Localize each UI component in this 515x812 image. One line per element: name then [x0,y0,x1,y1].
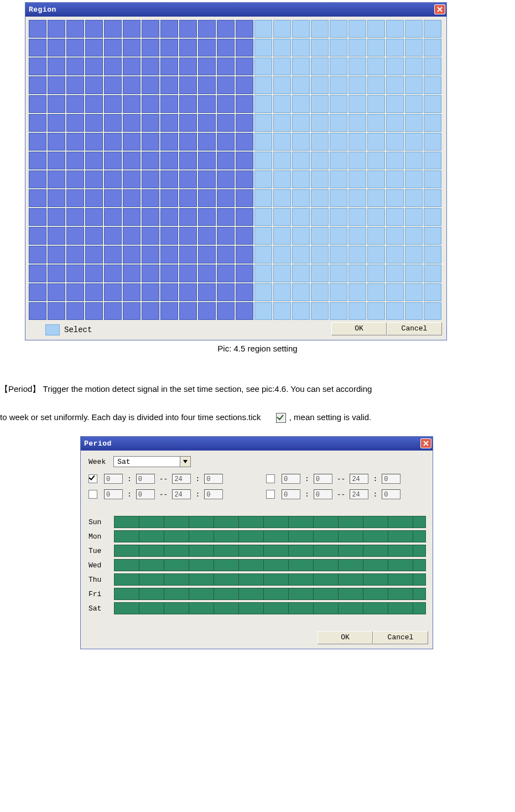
grid-cell[interactable] [405,170,423,188]
close-icon[interactable] [420,438,431,448]
grid-cell[interactable] [348,39,366,56]
grid-cell[interactable] [292,58,310,75]
grid-cell[interactable] [198,170,216,188]
grid-cell[interactable] [405,246,423,263]
grid-cell[interactable] [179,76,197,94]
grid-cell[interactable] [48,58,65,75]
grid-cell[interactable] [292,189,310,207]
grid-cell[interactable] [348,20,366,38]
grid-cell[interactable] [273,58,291,75]
grid-cell[interactable] [292,302,310,320]
grid-cell[interactable] [348,246,366,263]
grid-cell[interactable] [405,227,423,245]
section-checkbox[interactable] [266,490,275,499]
grid-cell[interactable] [198,95,216,113]
end-min[interactable]: 0 [204,474,223,484]
grid-cell[interactable] [104,95,122,113]
grid-cell[interactable] [254,152,272,169]
grid-cell[interactable] [330,39,347,56]
day-bar[interactable] [114,602,426,614]
grid-cell[interactable] [254,133,272,151]
grid-cell[interactable] [85,152,103,169]
grid-cell[interactable] [48,170,65,188]
grid-cell[interactable] [348,58,366,75]
grid-cell[interactable] [236,283,253,301]
grid-cell[interactable] [424,20,441,38]
grid-cell[interactable] [179,246,197,263]
grid-cell[interactable] [217,95,235,113]
grid-cell[interactable] [311,208,329,226]
grid-cell[interactable] [330,133,347,151]
grid-cell[interactable] [292,114,310,132]
close-icon[interactable] [434,4,445,14]
grid-cell[interactable] [104,114,122,132]
grid-cell[interactable] [142,39,159,56]
grid-cell[interactable] [348,265,366,282]
grid-cell[interactable] [48,265,65,282]
grid-cell[interactable] [424,39,441,56]
grid-cell[interactable] [142,302,159,320]
grid-cell[interactable] [29,302,46,320]
grid-cell[interactable] [29,95,46,113]
grid-cell[interactable] [160,20,178,38]
grid-cell[interactable] [311,302,329,320]
grid-cell[interactable] [66,95,84,113]
grid-cell[interactable] [254,208,272,226]
region-grid[interactable] [25,17,446,320]
grid-cell[interactable] [273,152,291,169]
grid-cell[interactable] [367,58,385,75]
grid-cell[interactable] [405,302,423,320]
grid-cell[interactable] [367,76,385,94]
grid-cell[interactable] [104,246,122,263]
grid-cell[interactable] [311,170,329,188]
grid-cell[interactable] [104,58,122,75]
grid-cell[interactable] [330,20,347,38]
grid-cell[interactable] [424,152,441,169]
grid-cell[interactable] [311,283,329,301]
grid-cell[interactable] [198,283,216,301]
grid-cell[interactable] [236,133,253,151]
grid-cell[interactable] [217,58,235,75]
grid-cell[interactable] [311,95,329,113]
grid-cell[interactable] [198,227,216,245]
grid-cell[interactable] [348,170,366,188]
grid-cell[interactable] [66,58,84,75]
grid-cell[interactable] [29,283,46,301]
grid-cell[interactable] [348,208,366,226]
grid-cell[interactable] [348,133,366,151]
grid-cell[interactable] [66,39,84,56]
grid-cell[interactable] [386,189,404,207]
grid-cell[interactable] [254,114,272,132]
grid-cell[interactable] [66,133,84,151]
grid-cell[interactable] [160,95,178,113]
grid-cell[interactable] [217,302,235,320]
grid-cell[interactable] [273,20,291,38]
grid-cell[interactable] [405,265,423,282]
grid-cell[interactable] [236,170,253,188]
grid-cell[interactable] [217,265,235,282]
grid-cell[interactable] [236,39,253,56]
grid-cell[interactable] [198,58,216,75]
grid-cell[interactable] [29,227,46,245]
grid-cell[interactable] [217,189,235,207]
ok-button[interactable]: OK [331,322,387,335]
grid-cell[interactable] [330,208,347,226]
grid-cell[interactable] [236,76,253,94]
grid-cell[interactable] [85,246,103,263]
grid-cell[interactable] [330,246,347,263]
grid-cell[interactable] [217,20,235,38]
grid-cell[interactable] [179,58,197,75]
day-bar[interactable] [114,573,426,586]
grid-cell[interactable] [48,39,65,56]
grid-cell[interactable] [424,283,441,301]
grid-cell[interactable] [217,170,235,188]
grid-cell[interactable] [311,58,329,75]
grid-cell[interactable] [123,95,141,113]
grid-cell[interactable] [85,76,103,94]
grid-cell[interactable] [29,189,46,207]
grid-cell[interactable] [179,95,197,113]
grid-cell[interactable] [367,189,385,207]
grid-cell[interactable] [424,76,441,94]
grid-cell[interactable] [123,170,141,188]
grid-cell[interactable] [198,189,216,207]
